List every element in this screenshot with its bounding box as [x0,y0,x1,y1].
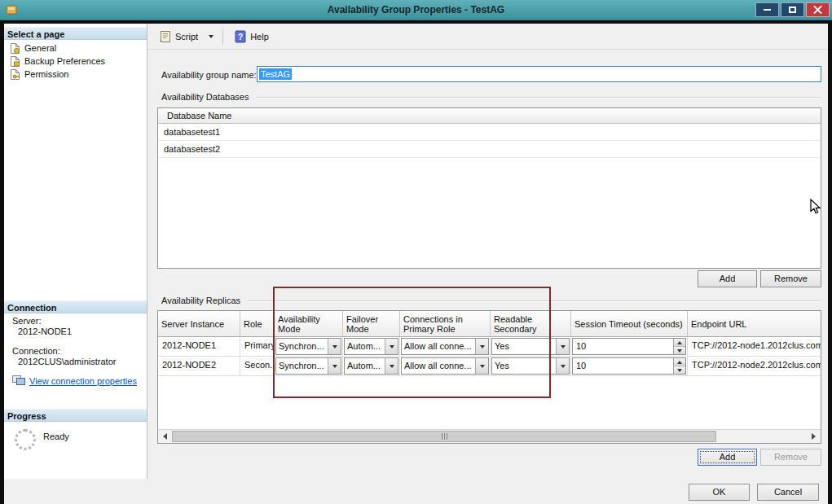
grid-empty-area [158,376,821,429]
chevron-down-icon [677,369,682,372]
view-connection-properties-label: View connection properties [29,376,137,386]
replica-row[interactable]: 2012-NODE2 Secon... Synchron... Autom... [158,357,821,376]
spin-up-button[interactable] [674,358,685,366]
window-title: Availability Group Properties - TestAG [0,0,832,20]
sidebar-item-label: General [24,43,56,53]
scroll-right-button[interactable] [807,430,821,443]
desktop-background: Availability Group Properties - TestAG S… [0,0,832,504]
combo-dropdown-button[interactable] [385,358,398,374]
session-timeout-spinner[interactable]: 10 [572,338,686,355]
sidebar-item-label: Permission [24,69,68,79]
database-name-column-header: Database Name [158,108,821,124]
toolbar: Script ? Help [147,24,828,50]
connections-primary-role-combobox[interactable]: Allow all conne... [401,357,489,375]
column-header-session-timeout: Session Timeout (seconds) [571,311,688,336]
availability-replicas-section: Availability Replicas [157,296,821,305]
arrow-right-icon [812,433,816,440]
view-connection-properties-link[interactable]: View connection properties [12,375,137,386]
replicas-remove-button[interactable]: Remove [760,449,821,466]
titlebar[interactable]: Availability Group Properties - TestAG [0,0,832,20]
database-row[interactable]: databasetest1 [158,124,821,141]
sidebar-item-label: Backup Preferences [24,56,105,66]
replica-row[interactable]: 2012-NODE1 Primary Synchron... Autom... [158,337,821,357]
database-row[interactable]: databasetest2 [158,141,821,158]
svg-text:?: ? [238,33,243,42]
sidebar-item-backup-preferences[interactable]: Backup Preferences [10,55,105,68]
minimize-button[interactable] [755,2,779,17]
combo-dropdown-button[interactable] [556,358,569,374]
progress-spinner-icon [15,429,36,450]
toolbar-separator [222,28,223,45]
script-button[interactable]: Script [154,28,203,46]
column-header-endpoint-url: Endpoint URL [688,311,821,336]
readable-secondary-combobox[interactable]: Yes [491,357,570,375]
combo-dropdown-button[interactable] [328,358,341,374]
scrollbar-track[interactable] [172,430,807,443]
help-icon: ? [234,30,247,43]
column-header-connections-primary-role: Connections in Primary Role [400,311,491,336]
ok-button[interactable]: OK [689,484,750,501]
databases-remove-button[interactable]: Remove [760,270,821,287]
connection-properties-icon [12,375,25,386]
section-divider-line [256,97,821,98]
backup-preferences-page-icon [10,55,20,68]
horizontal-scrollbar[interactable] [158,429,821,443]
readable-secondary-combobox[interactable]: Yes [491,338,570,355]
help-button-label: Help [250,32,269,42]
role-cell: Secon... [240,357,275,375]
spinner-buttons [673,358,685,374]
combo-dropdown-button[interactable] [328,339,341,354]
availability-mode-combobox[interactable]: Synchron... [275,338,341,355]
sidebar: Select a page General Backup Preferences [4,24,147,479]
databases-add-button[interactable]: Add [698,270,757,287]
sidebar-item-permission[interactable]: Permission [10,68,68,81]
chevron-down-icon [332,365,337,368]
replicas-grid-header: Server Instance Role Availability Mode F… [158,311,821,337]
script-dropdown-button[interactable] [205,28,217,46]
scroll-left-button[interactable] [158,430,172,443]
combo-dropdown-button[interactable] [385,339,398,354]
script-button-label: Script [175,32,198,42]
failover-mode-combobox[interactable]: Autom... [344,338,398,355]
spinner-buttons [673,339,685,354]
close-button[interactable] [806,2,830,17]
combo-dropdown-button[interactable] [475,358,488,374]
spin-down-button[interactable] [674,347,685,354]
script-icon [159,30,172,43]
chevron-up-icon [677,361,682,364]
sidebar-item-general[interactable]: General [10,42,56,55]
connections-primary-role-combobox[interactable]: Allow all conne... [401,338,489,355]
connection-section-header: Connection [4,300,147,313]
arrow-left-icon [163,433,167,440]
availability-group-name-input[interactable]: TestAG [257,66,821,82]
help-button[interactable]: ? Help [229,28,274,46]
availability-databases-list: Database Name databasetest1 databasetest… [157,107,821,269]
endpoint-url-cell: TCP://2012-node1.2012clus.com [688,337,821,356]
cancel-button[interactable]: Cancel [757,484,819,501]
server-label: Server: [12,316,41,326]
maximize-button[interactable] [781,2,804,17]
connection-label: Connection: [12,346,60,356]
section-divider-line [248,300,821,301]
spin-down-button[interactable] [674,366,685,374]
combo-dropdown-button[interactable] [556,339,569,354]
progress-status: Ready [43,432,69,441]
spin-up-button[interactable] [674,339,685,347]
availability-mode-combobox[interactable]: Synchron... [275,357,341,375]
combo-dropdown-button[interactable] [475,339,488,354]
chevron-down-icon [561,345,566,348]
minimize-icon [764,9,771,11]
column-header-readable-secondary: Readable Secondary [491,311,571,336]
close-icon [813,6,822,15]
chevron-down-icon [677,349,682,353]
chevron-down-icon [561,365,566,368]
chevron-up-icon [677,341,682,344]
general-page-icon [10,42,20,55]
failover-mode-combobox[interactable]: Autom... [344,357,398,375]
server-instance-cell: 2012-NODE1 [158,337,240,356]
session-timeout-spinner[interactable]: 10 [572,357,686,375]
availability-replicas-grid: Server Instance Role Availability Mode F… [157,310,821,444]
scrollbar-thumb[interactable] [172,431,716,442]
chevron-down-icon [480,365,485,368]
replicas-add-button[interactable]: Add [698,449,757,466]
